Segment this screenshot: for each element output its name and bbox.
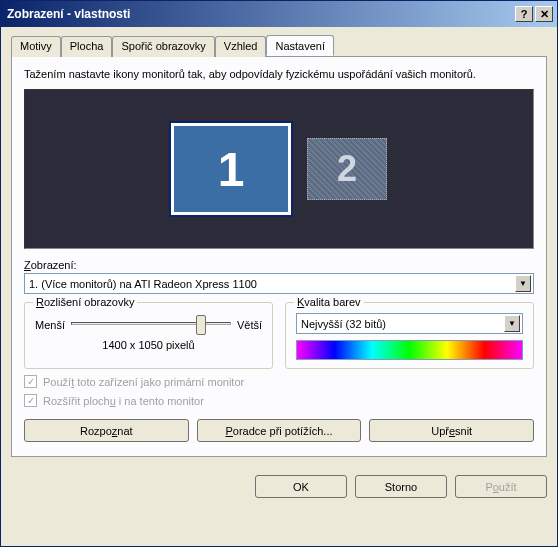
monitor-arrangement-area[interactable]: 1 2: [24, 89, 534, 249]
tab-vzhled[interactable]: Vzhled: [215, 36, 267, 57]
identify-button[interactable]: Rozpoznat: [24, 419, 189, 442]
slider-thumb[interactable]: [196, 315, 206, 335]
primary-monitor-checkbox: ✓: [24, 375, 37, 388]
resolution-group-title: Rozlišení obrazovky: [33, 296, 137, 308]
advanced-button[interactable]: Upřesnit: [369, 419, 534, 442]
monitor-2[interactable]: 2: [307, 138, 387, 200]
slider-min-label: Menší: [35, 319, 65, 331]
tab-motivy[interactable]: Motivy: [11, 36, 61, 57]
ok-button[interactable]: OK: [255, 475, 347, 498]
troubleshoot-button[interactable]: Poradce při potížích...: [197, 419, 362, 442]
cancel-button[interactable]: Storno: [355, 475, 447, 498]
color-preview-bar: [296, 340, 523, 360]
dialog-button-row: OK Storno Použít: [1, 465, 557, 508]
display-select[interactable]: 1. (Více monitorů) na ATI Radeon Xpress …: [24, 273, 534, 294]
apply-button[interactable]: Použít: [455, 475, 547, 498]
resolution-value: 1400 x 1050 pixelů: [35, 339, 262, 351]
slider-max-label: Větší: [237, 319, 262, 331]
checkbox1-label: Použít toto zařízení jako primární monit…: [43, 376, 244, 388]
titlebar[interactable]: Zobrazení - vlastnosti ? ✕: [1, 1, 557, 27]
extend-desktop-checkbox-row: ✓ Rozšířit plochu i na tento monitor: [24, 394, 534, 407]
tab-plocha[interactable]: Plocha: [61, 36, 113, 57]
primary-monitor-checkbox-row: ✓ Použít toto zařízení jako primární mon…: [24, 375, 534, 388]
display-properties-window: Zobrazení - vlastnosti ? ✕ Motivy Plocha…: [0, 0, 558, 547]
color-quality-select[interactable]: Nejvyšší (32 bitů) ▼: [296, 313, 523, 334]
chevron-down-icon: ▼: [515, 275, 531, 292]
window-title: Zobrazení - vlastnosti: [7, 7, 513, 21]
resolution-slider[interactable]: [71, 313, 231, 337]
monitor-1[interactable]: 1: [171, 123, 291, 215]
tab-strip: Motivy Plocha Spořič obrazovky Vzhled Na…: [11, 35, 547, 57]
color-quality-group: Kvalita barev Nejvyšší (32 bitů) ▼: [285, 302, 534, 369]
chevron-down-icon: ▼: [504, 315, 520, 332]
color-quality-value: Nejvyšší (32 bitů): [301, 318, 504, 330]
instruction-text: Tažením nastavte ikony monitorů tak, aby…: [24, 67, 534, 81]
display-label: Zobrazení:: [24, 259, 534, 271]
tab-sporic[interactable]: Spořič obrazovky: [112, 36, 214, 57]
help-button[interactable]: ?: [515, 6, 533, 22]
display-select-value: 1. (Více monitorů) na ATI Radeon Xpress …: [29, 278, 515, 290]
close-button[interactable]: ✕: [535, 6, 553, 22]
resolution-group: Rozlišení obrazovky Menší Větší 1400 x 1…: [24, 302, 273, 369]
tab-panel-settings: Tažením nastavte ikony monitorů tak, aby…: [11, 57, 547, 457]
checkbox2-label: Rozšířit plochu i na tento monitor: [43, 395, 204, 407]
tab-nastaveni[interactable]: Nastavení: [266, 35, 334, 56]
color-group-title: Kvalita barev: [294, 296, 364, 308]
extend-desktop-checkbox: ✓: [24, 394, 37, 407]
